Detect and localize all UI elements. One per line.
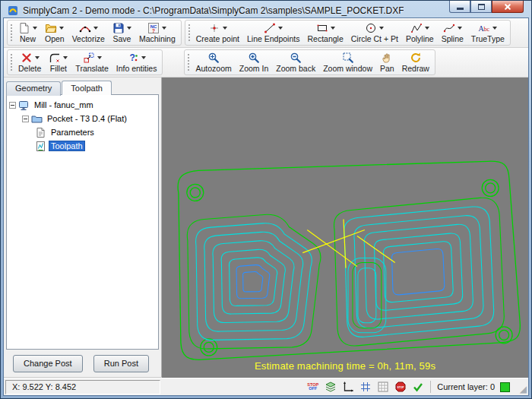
edit-toolbar-group: Delete Fillet Translate ? xyxy=(7,49,163,75)
app-icon xyxy=(7,5,19,17)
info-icon: ? xyxy=(127,52,139,64)
axes-icon[interactable] xyxy=(340,380,356,394)
button-label: New xyxy=(20,35,36,43)
dropdown-arrow-icon[interactable] xyxy=(425,27,429,30)
collapse-icon[interactable] xyxy=(9,102,16,109)
dropdown-arrow-icon[interactable] xyxy=(379,27,384,30)
grid-icon[interactable] xyxy=(357,380,373,394)
dropdown-arrow-icon[interactable] xyxy=(458,27,462,30)
dropdown-arrow-icon[interactable] xyxy=(492,27,497,30)
layer-color-swatch[interactable] xyxy=(500,382,510,392)
button-label: Fillet xyxy=(50,65,67,73)
ok-check-icon[interactable] xyxy=(410,380,426,394)
left-pocket-toolpath xyxy=(187,214,321,349)
vectorize-button[interactable]: Vectorize xyxy=(68,21,109,45)
pan-button[interactable]: Pan xyxy=(376,50,398,74)
dropdown-arrow-icon[interactable] xyxy=(223,27,227,30)
button-label: Polyline xyxy=(406,35,434,43)
cad-drawing xyxy=(162,78,528,378)
dropdown-arrow-icon[interactable] xyxy=(63,56,68,59)
zoom-window-icon xyxy=(342,52,354,64)
truetype-text-icon: Abc xyxy=(478,22,490,34)
tree-item-mill[interactable]: Mill - fanuc_mm xyxy=(9,98,156,112)
dropdown-arrow-icon[interactable] xyxy=(162,27,166,30)
spline-icon xyxy=(443,22,455,34)
collapse-icon[interactable] xyxy=(22,116,29,122)
button-label: Pan xyxy=(380,65,394,73)
tree-item-toolpath[interactable]: Toolpath xyxy=(9,139,156,153)
machining-button[interactable]: NC? Machining xyxy=(135,21,179,45)
polyline-icon xyxy=(410,22,423,34)
machining-icon: NC? xyxy=(147,22,160,34)
close-button[interactable] xyxy=(492,1,524,13)
dropdown-arrow-icon[interactable] xyxy=(35,56,40,59)
translate-button[interactable]: Translate xyxy=(71,50,112,74)
close-icon xyxy=(504,3,511,11)
dropdown-arrow-icon[interactable] xyxy=(331,27,335,30)
zoom-window-button[interactable]: Zoom window xyxy=(319,50,376,74)
button-label: Info entities xyxy=(116,65,157,73)
zoom-back-button[interactable]: Zoom back xyxy=(272,50,319,74)
run-post-button[interactable]: Run Post xyxy=(93,355,149,372)
zoom-in-button[interactable]: Zoom In xyxy=(236,50,273,74)
fillet-icon xyxy=(49,52,61,64)
client-area: New Open Vectorize xyxy=(3,17,529,396)
pan-hand-icon xyxy=(381,52,393,64)
minimize-button[interactable] xyxy=(449,1,470,13)
delete-button[interactable]: Delete xyxy=(14,50,45,74)
stop-off-toggle-icon[interactable]: STOP OFF xyxy=(305,380,321,394)
autozoom-button[interactable]: Autozoom xyxy=(192,50,235,74)
redraw-button[interactable]: Redraw xyxy=(398,50,433,74)
line-endpoints-button[interactable]: Line Endpoints xyxy=(243,21,303,45)
snap-grid-icon[interactable] xyxy=(375,380,391,394)
point-icon xyxy=(208,22,220,34)
save-button[interactable]: Save xyxy=(109,21,135,45)
machining-time-estimate: Estimate machining time = 0h, 11m, 59s xyxy=(162,360,528,372)
circle-center-point-button[interactable]: Circle Ct + Pt xyxy=(347,21,402,45)
dropdown-arrow-icon[interactable] xyxy=(93,27,98,30)
toolbar-grip[interactable] xyxy=(188,24,191,42)
rectangle-button[interactable]: Rectangle xyxy=(303,21,347,45)
dropdown-arrow-icon[interactable] xyxy=(278,27,283,30)
maximize-button[interactable] xyxy=(470,1,492,13)
tree-item-parameters[interactable]: Parameters xyxy=(9,125,156,139)
open-folder-icon xyxy=(45,22,57,34)
tree-item-label: Parameters xyxy=(49,127,97,138)
toolbar-grip[interactable] xyxy=(187,53,190,71)
dropdown-arrow-icon[interactable] xyxy=(141,56,146,59)
coordinates-readout: X: 9.522 Y: 8.452 xyxy=(5,380,160,394)
toolbar-row-2: Delete Fillet Translate ? xyxy=(4,48,528,78)
save-icon xyxy=(112,22,125,34)
dropdown-arrow-icon[interactable] xyxy=(33,27,37,30)
button-label: Vectorize xyxy=(72,35,105,43)
change-post-button[interactable]: Change Post xyxy=(13,355,83,372)
button-label: Line Endpoints xyxy=(247,35,299,43)
dropdown-arrow-icon[interactable] xyxy=(97,56,102,59)
toolpath-tree: Mill - fanuc_mm Pocket - T3 D.4 (Flat) xyxy=(6,94,159,350)
stop-sign-icon[interactable]: STOP xyxy=(392,380,408,394)
post-buttons-row: Change Post Run Post xyxy=(4,352,161,378)
toolbar-grip[interactable] xyxy=(10,53,13,71)
dropdown-arrow-icon[interactable] xyxy=(59,27,64,30)
drawing-canvas[interactable]: Estimate machining time = 0h, 11m, 59s xyxy=(162,78,528,378)
create-point-button[interactable]: Create point xyxy=(192,21,243,45)
statusbar-separator xyxy=(430,381,431,393)
tree-item-pocket[interactable]: Pocket - T3 D.4 (Flat) xyxy=(9,112,156,125)
truetype-button[interactable]: Abc TrueType xyxy=(467,21,508,45)
new-button[interactable]: New xyxy=(14,21,41,45)
tab-geometry[interactable]: Geometry xyxy=(6,81,61,96)
tab-toolpath[interactable]: Toolpath xyxy=(62,81,112,95)
fillet-button[interactable]: Fillet xyxy=(45,50,71,74)
spline-button[interactable]: Spline xyxy=(438,21,467,45)
layers-icon[interactable] xyxy=(322,380,338,394)
resize-grip-icon[interactable]: ◢ xyxy=(516,380,527,394)
button-label: TrueType xyxy=(471,35,505,43)
info-entities-button[interactable]: ? Info entities xyxy=(112,50,161,74)
pocket-folder-icon xyxy=(31,113,43,125)
toolbar-grip[interactable] xyxy=(10,24,13,42)
polyline-button[interactable]: Polyline xyxy=(402,21,438,45)
dropdown-arrow-icon[interactable] xyxy=(127,27,131,30)
svg-text:?: ? xyxy=(152,28,155,33)
right-pocket-toolpath xyxy=(334,198,505,346)
open-button[interactable]: Open xyxy=(41,21,68,45)
